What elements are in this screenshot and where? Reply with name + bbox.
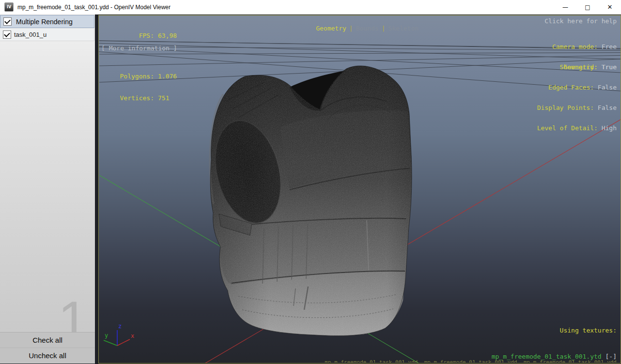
level-of-detail-label: Level of Detail: — [537, 124, 598, 132]
vertices-value: 751 — [158, 94, 169, 102]
camera-mode-value: Free — [602, 43, 617, 50]
display-points-setting[interactable]: Display Points: False — [537, 105, 617, 111]
gizmo-y-label: y — [105, 332, 108, 339]
minimize-button[interactable]: — — [554, 0, 576, 14]
model-viewport[interactable]: z y x FPS: 63,98 Polygons: 1.076 Vertice… — [98, 15, 621, 364]
check-all-button[interactable]: Check all — [0, 333, 95, 348]
window-title: mp_m_freemode_01_task_001.ydd - OpenIV M… — [17, 4, 171, 11]
more-information-link[interactable]: [ More information ] — [101, 45, 177, 52]
uncheck-all-button[interactable]: Uncheck all — [0, 348, 95, 363]
model-item-label: task_001_u — [14, 31, 47, 38]
multiple-rendering-label: Multiple Rendering — [16, 18, 73, 26]
render-settings: Geometry: True Edged Faces: False Displa… — [537, 50, 617, 145]
using-textures-header: Using textures: — [492, 326, 617, 335]
geometry-value: True — [602, 63, 617, 71]
tab-geometry[interactable]: Geometry — [316, 25, 346, 32]
close-button[interactable]: ✕ — [599, 0, 621, 14]
app-icon: IV — [4, 2, 14, 12]
clipped-bottom-text: mp_m_freemode_01_task_001.ydd mp_m_freem… — [264, 360, 617, 363]
model-item-checkbox[interactable] — [3, 30, 11, 39]
display-points-label: Display Points: — [537, 104, 594, 111]
camera-mode-label: Camera mode: — [552, 43, 598, 50]
geometry-label: Geometry: — [563, 63, 597, 71]
level-of-detail-value: High — [602, 124, 617, 132]
ytd-texture-name: mp_m_freemode_01_task_001.ytd — [492, 353, 602, 360]
edged-faces-value: False — [598, 84, 617, 91]
geometry-setting[interactable]: Geometry: True — [537, 64, 617, 71]
polygons-stat: Polygons: 1.076 — [101, 73, 177, 80]
titlebar: IV mp_m_freemode_01_task_001.ydd - OpenI… — [0, 0, 621, 15]
polygons-label: Polygons: — [101, 73, 154, 80]
maximize-button[interactable]: □ — [576, 0, 599, 14]
multiple-rendering-checkbox[interactable] — [3, 17, 12, 26]
window-controls: — □ ✕ — [554, 0, 621, 14]
tab-skeleton[interactable]: Skeleton — [388, 25, 419, 32]
edged-faces-label: Edged Faces: — [548, 84, 594, 91]
camera-mode-setting[interactable]: Camera mode: Free — [552, 44, 617, 50]
mode-tabs: Geometry|Bounds|Skeleton — [99, 17, 621, 39]
display-points-value: False — [598, 104, 617, 111]
tab-bounds[interactable]: Bounds — [356, 25, 379, 32]
textures-panel: Using textures: mp_m_freemode_01_task_00… — [492, 309, 617, 364]
vertices-stat: Vertices: 751 — [101, 94, 177, 102]
model-item-row[interactable]: task_001_u — [0, 29, 94, 41]
sidebar-buttons: Check all Uncheck all — [0, 332, 95, 363]
polygons-value: 1.076 — [158, 73, 177, 80]
tab-separator: | — [382, 25, 386, 32]
vest-model — [205, 59, 419, 345]
checkmark-icon — [4, 18, 11, 24]
gizmo-x-label: x — [131, 333, 134, 339]
gizmo-z-label: z — [118, 323, 122, 330]
vertices-label: Vertices: — [101, 94, 154, 102]
checkmark-icon — [4, 31, 10, 37]
axis-gizmo: z y x — [104, 323, 134, 346]
tab-separator: | — [349, 25, 353, 32]
help-link[interactable]: Click here for help — [544, 17, 617, 25]
multiple-rendering-row[interactable]: Multiple Rendering — [0, 15, 94, 28]
model-list-sidebar: Multiple Rendering task_001_u 1 Check al… — [0, 15, 95, 364]
edged-faces-setting[interactable]: Edged Faces: False — [537, 84, 617, 91]
remove-texture-button[interactable]: [-] — [605, 353, 617, 360]
level-of-detail-setting[interactable]: Level of Detail: High — [537, 125, 617, 132]
